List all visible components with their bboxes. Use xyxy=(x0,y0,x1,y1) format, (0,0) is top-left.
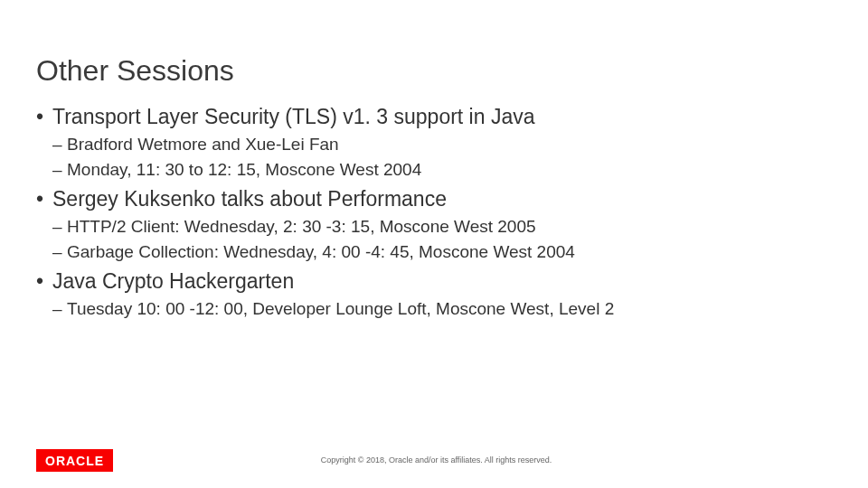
session-detail: Garbage Collection: Wednesday, 4: 00 -4:… xyxy=(36,240,832,264)
copyright-text: Copyright © 2018, Oracle and/or its affi… xyxy=(41,455,832,465)
list-item: Java Crypto Hackergarten Tuesday 10: 00 … xyxy=(36,268,832,321)
session-detail: Monday, 11: 30 to 12: 15, Moscone West 2… xyxy=(36,158,832,182)
slide-footer: ORACLE Copyright © 2018, Oracle and/or i… xyxy=(36,445,832,475)
session-heading: Transport Layer Security (TLS) v1. 3 sup… xyxy=(36,104,832,131)
session-detail: Bradford Wetmore and Xue-Lei Fan xyxy=(36,133,832,156)
bullet-list: Transport Layer Security (TLS) v1. 3 sup… xyxy=(36,104,832,321)
list-item: Sergey Kuksenko talks about Performance … xyxy=(36,186,832,263)
list-item: Transport Layer Security (TLS) v1. 3 sup… xyxy=(36,104,832,181)
slide: Other Sessions Transport Layer Security … xyxy=(0,0,868,488)
slide-title: Other Sessions xyxy=(36,54,832,88)
session-detail: HTTP/2 Client: Wednesday, 2: 30 -3: 15, … xyxy=(36,215,832,239)
session-heading: Sergey Kuksenko talks about Performance xyxy=(36,186,832,213)
session-heading: Java Crypto Hackergarten xyxy=(36,268,832,296)
session-detail: Tuesday 10: 00 -12: 00, Developer Lounge… xyxy=(36,297,832,321)
